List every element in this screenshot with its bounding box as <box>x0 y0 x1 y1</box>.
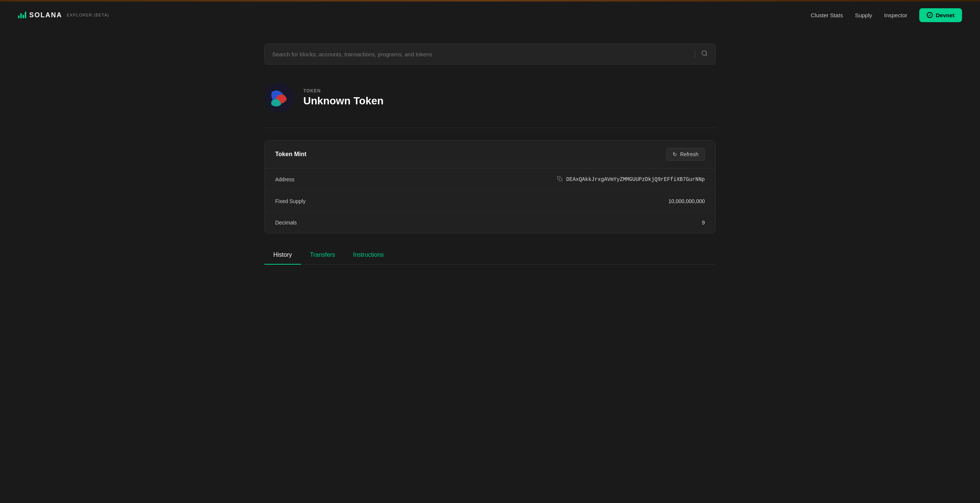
logo-text: SOLANA <box>29 11 62 19</box>
fixed-supply-text: 10,000,000,000 <box>668 198 705 204</box>
logo[interactable]: SOLANA <box>18 11 62 19</box>
decimals-label: Decimals <box>275 220 297 225</box>
nav-left: SOLANA EXPLORER (BETA) <box>18 11 109 19</box>
refresh-button[interactable]: ↻ Refresh <box>666 148 705 161</box>
logo-bars <box>18 12 26 18</box>
logo-bar-1 <box>18 15 19 18</box>
navbar: SOLANA EXPLORER (BETA) Cluster Stats Sup… <box>0 2 980 29</box>
address-row: Address DEAxQAkkJrxgAVmYyZMMGUUPzDkjQ9rE… <box>265 169 715 191</box>
token-header: TOKEN Unknown Token <box>264 83 716 113</box>
inspector-link[interactable]: Inspector <box>884 12 907 18</box>
devnet-label: Devnet <box>936 12 955 18</box>
devnet-check-icon: ✓ <box>927 12 933 18</box>
search-icon <box>701 50 708 59</box>
tabs-container: History Transfers Instructions <box>264 246 716 265</box>
devnet-button[interactable]: ✓ Devnet <box>919 8 962 22</box>
nav-right: Cluster Stats Supply Inspector ✓ Devnet <box>811 8 962 22</box>
token-mint-card: Token Mint ↻ Refresh Address DEAxQAkkJrx… <box>264 140 716 233</box>
address-text: DEAxQAkkJrxgAVmYyZMMGUUPzDkjQ9rEFfiXB7Gu… <box>566 176 705 182</box>
address-value: DEAxQAkkJrxgAVmYyZMMGUUPzDkjQ9rEFfiXB7Gu… <box>557 176 705 183</box>
svg-point-2 <box>264 83 294 113</box>
fixed-supply-row: Fixed Supply 10,000,000,000 <box>265 191 715 212</box>
svg-rect-3 <box>559 178 562 181</box>
token-avatar <box>264 83 294 113</box>
header-separator <box>264 128 716 128</box>
decimals-value: 9 <box>702 220 705 225</box>
token-info: TOKEN Unknown Token <box>303 88 383 107</box>
card-title: Token Mint <box>275 151 306 158</box>
logo-bar-4 <box>25 12 26 18</box>
copy-icon[interactable] <box>557 176 562 183</box>
search-input[interactable] <box>272 51 689 57</box>
tab-transfers[interactable]: Transfers <box>301 246 344 264</box>
tabs-section: History Transfers Instructions <box>264 246 716 265</box>
refresh-label: Refresh <box>680 151 698 157</box>
search-divider <box>695 50 695 59</box>
tab-instructions[interactable]: Instructions <box>344 246 393 264</box>
logo-bar-3 <box>22 14 24 18</box>
explorer-badge: EXPLORER (BETA) <box>67 13 109 17</box>
fixed-supply-value: 10,000,000,000 <box>668 198 705 204</box>
card-header: Token Mint ↻ Refresh <box>265 141 715 169</box>
svg-point-0 <box>702 51 706 55</box>
token-type-label: TOKEN <box>303 88 383 93</box>
decimals-row: Decimals 9 <box>265 212 715 233</box>
refresh-icon: ↻ <box>673 151 677 157</box>
decimals-text: 9 <box>702 220 705 225</box>
search-container[interactable] <box>264 43 716 65</box>
logo-bar-2 <box>20 13 22 18</box>
address-label: Address <box>275 176 294 182</box>
token-name: Unknown Token <box>303 95 383 107</box>
tab-history[interactable]: History <box>264 246 301 264</box>
supply-link[interactable]: Supply <box>855 12 872 18</box>
fixed-supply-label: Fixed Supply <box>275 198 305 204</box>
main-content: TOKEN Unknown Token Token Mint ↻ Refresh… <box>246 29 734 279</box>
cluster-stats-link[interactable]: Cluster Stats <box>811 12 843 18</box>
